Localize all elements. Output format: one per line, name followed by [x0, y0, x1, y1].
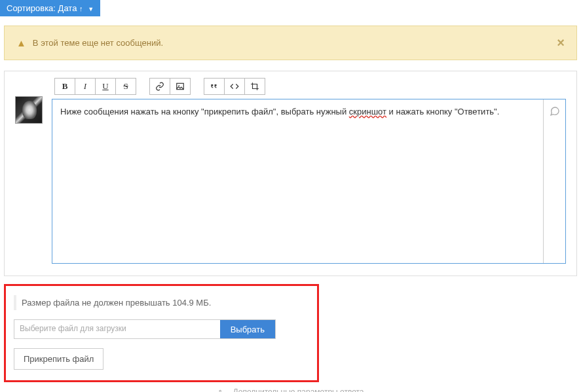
link-button[interactable]	[149, 78, 170, 95]
strikethrough-button[interactable]: S	[115, 78, 136, 95]
attach-file-button[interactable]: Прикрепить файл	[14, 348, 103, 370]
bold-button[interactable]: B	[54, 78, 75, 95]
message-textarea[interactable]: Ниже сообщения нажать на кнопку "прикреп…	[52, 99, 543, 263]
quote-button[interactable]	[204, 78, 225, 95]
code-button[interactable]	[224, 78, 245, 95]
warning-icon: ▲	[16, 37, 26, 48]
code-icon	[230, 82, 239, 91]
textarea-container: Ниже сообщения нажать на кнопку "прикреп…	[52, 99, 566, 264]
crop-icon	[250, 82, 259, 91]
chevron-down-icon: ▼	[88, 6, 94, 12]
close-icon[interactable]: ×	[557, 35, 565, 50]
alert-banner: ▲ В этой теме еще нет сообщений. ×	[4, 26, 577, 60]
speech-button[interactable]	[543, 99, 565, 263]
file-size-note: Размер файла не должен превышать 104.9 М…	[14, 295, 309, 310]
expand-icon: ⇕	[214, 389, 227, 392]
sort-direction-icon: ↑	[79, 5, 83, 12]
svg-point-1	[178, 85, 179, 86]
sort-field: Дата	[58, 3, 77, 13]
crop-button[interactable]	[244, 78, 265, 95]
italic-button[interactable]: I	[75, 78, 96, 95]
editor-container: B I U S	[4, 71, 577, 276]
extra-params-toggle[interactable]: ⇕Дополнительные параметры ответа	[0, 387, 581, 392]
editor-toolbar: B I U S	[52, 78, 566, 95]
image-button[interactable]	[170, 78, 191, 95]
quote-icon	[210, 82, 219, 91]
alert-message: В этой теме еще нет сообщений.	[33, 38, 163, 48]
avatar	[15, 96, 43, 124]
image-icon	[176, 82, 185, 91]
sort-dropdown[interactable]: Сортировка: Дата ↑ ▼	[0, 0, 100, 16]
underline-button[interactable]: U	[95, 78, 116, 95]
file-input-row: Выберите файл для загрузки Выбрать	[14, 319, 276, 339]
speech-bubble-icon	[550, 106, 560, 116]
upload-section: Размер файла не должен превышать 104.9 М…	[4, 284, 319, 382]
link-icon	[155, 82, 164, 91]
sort-label: Сортировка:	[7, 3, 56, 13]
file-input[interactable]: Выберите файл для загрузки	[14, 320, 220, 338]
browse-button[interactable]: Выбрать	[220, 320, 275, 338]
